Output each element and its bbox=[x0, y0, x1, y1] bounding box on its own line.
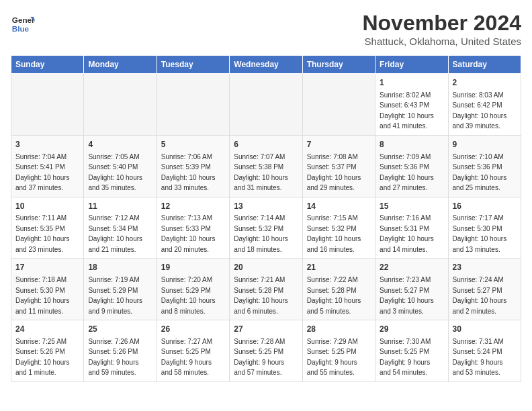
calendar-cell: 14Sunrise: 7:15 AM Sunset: 5:32 PM Dayli… bbox=[302, 197, 375, 259]
calendar-cell: 16Sunrise: 7:17 AM Sunset: 5:30 PM Dayli… bbox=[448, 197, 521, 259]
location-title: Shattuck, Oklahoma, United States bbox=[362, 36, 521, 47]
calendar-table: SundayMondayTuesdayWednesdayThursdayFrid… bbox=[11, 55, 521, 382]
calendar-cell: 25Sunrise: 7:26 AM Sunset: 5:26 PM Dayli… bbox=[84, 320, 157, 382]
calendar-cell: 27Sunrise: 7:28 AM Sunset: 5:25 PM Dayli… bbox=[230, 320, 302, 382]
calendar-cell: 10Sunrise: 7:11 AM Sunset: 5:35 PM Dayli… bbox=[11, 197, 84, 259]
calendar-cell: 4Sunrise: 7:05 AM Sunset: 5:40 PM Daylig… bbox=[84, 135, 157, 197]
calendar-cell: 23Sunrise: 7:24 AM Sunset: 5:27 PM Dayli… bbox=[448, 259, 521, 320]
calendar-cell: 3Sunrise: 7:04 AM Sunset: 5:41 PM Daylig… bbox=[11, 135, 84, 197]
svg-text:Blue: Blue bbox=[12, 24, 30, 33]
weekday-header: Tuesday bbox=[157, 56, 229, 74]
day-number: 21 bbox=[307, 262, 371, 273]
day-number: 4 bbox=[88, 139, 152, 150]
day-info: Sunrise: 8:03 AM Sunset: 6:42 PM Dayligh… bbox=[453, 91, 507, 130]
day-info: Sunrise: 7:28 AM Sunset: 5:25 PM Dayligh… bbox=[234, 338, 285, 377]
calendar-cell bbox=[84, 74, 157, 136]
day-number: 11 bbox=[88, 201, 152, 212]
calendar-week-row: 10Sunrise: 7:11 AM Sunset: 5:35 PM Dayli… bbox=[11, 197, 521, 259]
calendar-week-row: 3Sunrise: 7:04 AM Sunset: 5:41 PM Daylig… bbox=[11, 135, 521, 197]
day-number: 22 bbox=[380, 262, 443, 273]
weekday-header: Friday bbox=[375, 56, 448, 74]
calendar-cell: 28Sunrise: 7:29 AM Sunset: 5:25 PM Dayli… bbox=[302, 320, 375, 382]
weekday-header: Wednesday bbox=[230, 56, 302, 74]
day-number: 16 bbox=[453, 201, 517, 212]
day-number: 13 bbox=[234, 201, 298, 212]
day-number: 8 bbox=[380, 139, 443, 150]
calendar-cell: 6Sunrise: 7:07 AM Sunset: 5:38 PM Daylig… bbox=[230, 135, 302, 197]
day-info: Sunrise: 7:24 AM Sunset: 5:27 PM Dayligh… bbox=[453, 276, 507, 315]
day-info: Sunrise: 7:21 AM Sunset: 5:28 PM Dayligh… bbox=[234, 276, 288, 315]
day-number: 30 bbox=[453, 324, 517, 335]
day-info: Sunrise: 7:09 AM Sunset: 5:36 PM Dayligh… bbox=[380, 153, 434, 192]
calendar-week-row: 17Sunrise: 7:18 AM Sunset: 5:30 PM Dayli… bbox=[11, 259, 521, 320]
calendar-cell: 24Sunrise: 7:25 AM Sunset: 5:26 PM Dayli… bbox=[11, 320, 84, 382]
day-number: 2 bbox=[453, 77, 517, 89]
day-info: Sunrise: 8:02 AM Sunset: 6:43 PM Dayligh… bbox=[380, 91, 434, 130]
day-number: 20 bbox=[234, 262, 298, 273]
day-info: Sunrise: 7:10 AM Sunset: 5:36 PM Dayligh… bbox=[453, 153, 507, 192]
day-number: 27 bbox=[234, 324, 298, 335]
day-info: Sunrise: 7:20 AM Sunset: 5:29 PM Dayligh… bbox=[161, 276, 216, 315]
day-number: 7 bbox=[307, 139, 371, 150]
logo: General Blue bbox=[11, 11, 35, 35]
calendar-cell: 15Sunrise: 7:16 AM Sunset: 5:31 PM Dayli… bbox=[375, 197, 448, 259]
day-info: Sunrise: 7:04 AM Sunset: 5:41 PM Dayligh… bbox=[15, 153, 70, 192]
day-info: Sunrise: 7:14 AM Sunset: 5:32 PM Dayligh… bbox=[234, 214, 288, 253]
month-title: November 2024 bbox=[362, 11, 521, 36]
calendar-cell: 22Sunrise: 7:23 AM Sunset: 5:27 PM Dayli… bbox=[375, 259, 448, 320]
calendar-cell: 2Sunrise: 8:03 AM Sunset: 6:42 PM Daylig… bbox=[448, 74, 521, 136]
calendar-cell: 13Sunrise: 7:14 AM Sunset: 5:32 PM Dayli… bbox=[230, 197, 302, 259]
day-number: 23 bbox=[453, 262, 517, 273]
logo-icon: General Blue bbox=[11, 11, 35, 35]
calendar-cell: 9Sunrise: 7:10 AM Sunset: 5:36 PM Daylig… bbox=[448, 135, 521, 197]
calendar-cell: 26Sunrise: 7:27 AM Sunset: 5:25 PM Dayli… bbox=[157, 320, 229, 382]
weekday-header: Saturday bbox=[448, 56, 521, 74]
day-info: Sunrise: 7:26 AM Sunset: 5:26 PM Dayligh… bbox=[88, 338, 139, 377]
calendar-cell: 12Sunrise: 7:13 AM Sunset: 5:33 PM Dayli… bbox=[157, 197, 229, 259]
svg-text:General: General bbox=[12, 15, 35, 24]
weekday-header: Thursday bbox=[302, 56, 375, 74]
day-info: Sunrise: 7:11 AM Sunset: 5:35 PM Dayligh… bbox=[15, 214, 70, 253]
day-info: Sunrise: 7:30 AM Sunset: 5:25 PM Dayligh… bbox=[380, 338, 431, 377]
header: General Blue November 2024 Shattuck, Okl… bbox=[11, 11, 521, 47]
day-info: Sunrise: 7:31 AM Sunset: 5:24 PM Dayligh… bbox=[453, 338, 504, 377]
day-info: Sunrise: 7:29 AM Sunset: 5:25 PM Dayligh… bbox=[307, 338, 358, 377]
day-info: Sunrise: 7:23 AM Sunset: 5:27 PM Dayligh… bbox=[380, 276, 434, 315]
day-number: 18 bbox=[88, 262, 152, 273]
day-info: Sunrise: 7:27 AM Sunset: 5:25 PM Dayligh… bbox=[161, 338, 212, 377]
calendar-cell: 1Sunrise: 8:02 AM Sunset: 6:43 PM Daylig… bbox=[375, 74, 448, 136]
day-info: Sunrise: 7:08 AM Sunset: 5:37 PM Dayligh… bbox=[307, 153, 361, 192]
calendar-cell: 5Sunrise: 7:06 AM Sunset: 5:39 PM Daylig… bbox=[157, 135, 229, 197]
title-area: November 2024 Shattuck, Oklahoma, United… bbox=[362, 11, 521, 47]
day-number: 25 bbox=[88, 324, 152, 335]
calendar-cell: 18Sunrise: 7:19 AM Sunset: 5:29 PM Dayli… bbox=[84, 259, 157, 320]
weekday-header: Sunday bbox=[11, 56, 84, 74]
day-number: 10 bbox=[15, 201, 79, 212]
day-info: Sunrise: 7:17 AM Sunset: 5:30 PM Dayligh… bbox=[453, 214, 507, 253]
day-number: 14 bbox=[307, 201, 371, 212]
day-number: 6 bbox=[234, 139, 298, 150]
day-number: 28 bbox=[307, 324, 371, 335]
day-info: Sunrise: 7:06 AM Sunset: 5:39 PM Dayligh… bbox=[161, 153, 216, 192]
day-info: Sunrise: 7:07 AM Sunset: 5:38 PM Dayligh… bbox=[234, 153, 288, 192]
day-info: Sunrise: 7:12 AM Sunset: 5:34 PM Dayligh… bbox=[88, 214, 142, 253]
calendar-cell bbox=[302, 74, 375, 136]
calendar-cell: 29Sunrise: 7:30 AM Sunset: 5:25 PM Dayli… bbox=[375, 320, 448, 382]
calendar-cell: 19Sunrise: 7:20 AM Sunset: 5:29 PM Dayli… bbox=[157, 259, 229, 320]
day-info: Sunrise: 7:18 AM Sunset: 5:30 PM Dayligh… bbox=[15, 276, 70, 315]
calendar-cell bbox=[230, 74, 302, 136]
calendar-cell: 21Sunrise: 7:22 AM Sunset: 5:28 PM Dayli… bbox=[302, 259, 375, 320]
weekday-header: Monday bbox=[84, 56, 157, 74]
day-number: 19 bbox=[161, 262, 225, 273]
calendar-cell: 11Sunrise: 7:12 AM Sunset: 5:34 PM Dayli… bbox=[84, 197, 157, 259]
calendar-cell: 20Sunrise: 7:21 AM Sunset: 5:28 PM Dayli… bbox=[230, 259, 302, 320]
day-number: 24 bbox=[15, 324, 79, 335]
calendar-week-row: 1Sunrise: 8:02 AM Sunset: 6:43 PM Daylig… bbox=[11, 74, 521, 136]
day-number: 3 bbox=[15, 139, 79, 150]
calendar-cell: 17Sunrise: 7:18 AM Sunset: 5:30 PM Dayli… bbox=[11, 259, 84, 320]
day-info: Sunrise: 7:22 AM Sunset: 5:28 PM Dayligh… bbox=[307, 276, 361, 315]
day-info: Sunrise: 7:05 AM Sunset: 5:40 PM Dayligh… bbox=[88, 153, 142, 192]
calendar-week-row: 24Sunrise: 7:25 AM Sunset: 5:26 PM Dayli… bbox=[11, 320, 521, 382]
day-number: 1 bbox=[380, 77, 443, 89]
calendar-cell: 7Sunrise: 7:08 AM Sunset: 5:37 PM Daylig… bbox=[302, 135, 375, 197]
